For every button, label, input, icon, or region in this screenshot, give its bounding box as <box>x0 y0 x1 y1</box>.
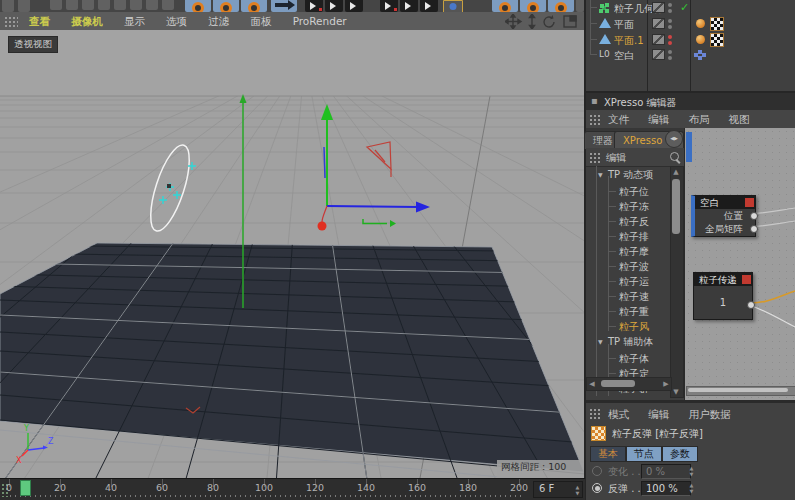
tree-group-label[interactable]: TP 动态项 <box>608 167 653 182</box>
toolbar-play-icon[interactable] <box>305 0 323 12</box>
tree-item[interactable]: 粒子位 <box>586 184 670 199</box>
scroll-up-icon[interactable]: ▲ <box>671 167 681 177</box>
tab-basic[interactable]: 基本 <box>590 446 626 462</box>
xpresso-menu-layout[interactable]: 布局 <box>680 110 717 127</box>
port-global-matrix[interactable]: 全局矩阵 <box>695 222 755 235</box>
object-row-particle-geometry[interactable]: 粒子几何体 ✓ <box>586 0 795 15</box>
enable-dot-top[interactable] <box>668 3 672 7</box>
xpresso-menu-file[interactable]: 文件 <box>600 110 637 127</box>
scroll-thumb[interactable] <box>688 388 788 392</box>
material-tag[interactable] <box>696 35 705 44</box>
timeline-ruler[interactable]: 0 20 40 60 80 100 120 140 160 180 200 6 … <box>0 478 585 500</box>
tree-item-label[interactable]: 粒子摩 <box>619 244 649 259</box>
xpresso-tag[interactable] <box>698 50 702 54</box>
object-name[interactable]: 平面 <box>614 18 634 32</box>
stepper-icon[interactable]: ▲▼ <box>687 482 696 494</box>
output-port[interactable] <box>750 212 758 220</box>
tree-item[interactable]: 粒子重 <box>586 304 670 319</box>
plane-object[interactable] <box>0 243 584 472</box>
menu-prorender[interactable]: ProRender <box>284 12 356 27</box>
tree-item-label[interactable]: 粒子排 <box>619 229 649 244</box>
playhead[interactable] <box>20 480 31 496</box>
gizmo-z-arrow[interactable] <box>416 202 430 213</box>
rotate-icon[interactable] <box>544 15 554 27</box>
menu-display[interactable]: 显示 <box>115 12 154 29</box>
toolbar-play-icon[interactable] <box>345 0 363 12</box>
toolbar-torus-icon[interactable] <box>213 0 239 12</box>
tree-item[interactable]: 粒子冻 <box>586 199 670 214</box>
toolbar-arrow-icon[interactable] <box>271 0 297 12</box>
toolbar-icon[interactable] <box>114 0 126 10</box>
scroll-down-icon[interactable]: ▼ <box>671 387 681 397</box>
bounce-field[interactable]: 100 % <box>641 481 691 496</box>
toolbar-icon[interactable] <box>18 0 30 12</box>
node-title[interactable]: 空白 <box>695 196 755 209</box>
toolbar-torus-icon[interactable] <box>520 0 546 12</box>
toolbar-torus-icon[interactable] <box>185 0 211 12</box>
tree-item-label[interactable]: 粒子冻 <box>619 199 649 214</box>
wind-force-symbol[interactable] <box>367 142 391 177</box>
toolbar-torus-icon[interactable] <box>548 0 574 12</box>
node-null[interactable]: 空白 位置 全局矩阵 <box>691 195 756 237</box>
keyframe-circle[interactable] <box>592 483 602 493</box>
menu-options[interactable]: 选项 <box>157 12 196 29</box>
tree-item-label[interactable]: 粒子体 <box>619 351 649 366</box>
texture-tag[interactable] <box>710 33 724 47</box>
stepper-down[interactable]: ▼ <box>690 471 694 477</box>
tree-item[interactable]: 粒子运 <box>586 274 670 289</box>
toolbar-icon[interactable] <box>162 0 174 10</box>
tree-group-tp-dynamics[interactable]: ▼ TP 动态项 <box>586 167 670 182</box>
toolbar-torus-icon[interactable] <box>241 0 267 12</box>
object-row-plane[interactable]: 平面 <box>586 15 795 31</box>
enable-dot-bottom[interactable] <box>668 41 672 45</box>
tree-item[interactable]: 粒子速 <box>586 289 670 304</box>
enable-dot-bottom[interactable] <box>668 56 672 60</box>
output-port[interactable] <box>750 225 758 233</box>
collapse-icon[interactable]: ▼ <box>598 167 603 182</box>
tree-item-label[interactable]: 粒子波 <box>619 259 649 274</box>
tree-group-tp-helpers[interactable]: ▼ TP 辅助体 <box>586 334 670 349</box>
stepper-down[interactable]: ▼ <box>690 488 694 494</box>
dolly-icon[interactable] <box>530 14 535 29</box>
gizmo-y-arrow[interactable] <box>321 104 333 120</box>
port-position[interactable]: 位置 <box>695 209 755 222</box>
toolbar-icon[interactable] <box>2 0 14 12</box>
menu-camera[interactable]: 摄像机 <box>62 12 112 29</box>
texture-tag[interactable] <box>710 17 724 31</box>
object-row-plane1-selected[interactable]: 平面.1 <box>586 31 795 47</box>
render-state-icon[interactable] <box>652 34 665 45</box>
toggle-view-icon[interactable] <box>564 16 576 27</box>
attr-grip[interactable] <box>589 408 601 419</box>
tree-item-label[interactable]: 粒子反 <box>619 214 649 229</box>
orange-wire[interactable] <box>749 291 795 303</box>
toolbar-play-icon[interactable] <box>380 0 398 12</box>
tree-item[interactable]: 粒子反 <box>586 214 670 229</box>
tab-parameters[interactable]: 参数 <box>662 446 698 462</box>
tree-item-label[interactable]: 粒子位 <box>619 184 649 199</box>
object-name[interactable]: 平面.1 <box>614 34 644 48</box>
render-state-icon[interactable] <box>652 2 665 13</box>
frame-field[interactable]: 6 F ▲▼ <box>533 481 583 498</box>
toolbar-icon[interactable] <box>576 0 584 12</box>
render-state-icon[interactable] <box>652 49 665 60</box>
tree-group-label[interactable]: TP 辅助体 <box>608 334 653 349</box>
tree-item[interactable]: 粒子体 <box>586 351 670 366</box>
tree-item[interactable]: 粒子摩 <box>586 244 670 259</box>
pool-edit-menu[interactable]: 编辑 <box>606 151 626 165</box>
xpresso-menu-view[interactable]: 视图 <box>721 110 758 127</box>
variation-field[interactable]: 0 % <box>641 464 691 479</box>
tab-scroll-button[interactable]: ◀▶ <box>665 130 683 148</box>
frame-stepper[interactable]: ▲▼ <box>573 484 582 496</box>
menu-view[interactable]: 查看 <box>20 12 59 29</box>
node-title[interactable]: 粒子传递 <box>694 273 752 286</box>
menu-panel[interactable]: 面板 <box>241 12 280 29</box>
tree-item-label[interactable]: 粒子重 <box>619 304 649 319</box>
scroll-thumb[interactable] <box>672 179 680 234</box>
tree-item-selected[interactable]: 粒子风 <box>586 319 670 334</box>
node-editor-canvas[interactable]: 空白 位置 全局矩阵 粒子传递 1 <box>685 128 795 400</box>
toolbar-play-icon[interactable] <box>325 0 343 12</box>
tree-hscrollbar[interactable]: ◀ ▶ <box>586 377 672 391</box>
attr-menu-edit[interactable]: 编辑 <box>640 405 677 422</box>
tree-vscrollbar[interactable]: ▲ ▼ <box>670 166 684 398</box>
node-particle-pass[interactable]: 粒子传递 1 <box>693 272 753 320</box>
